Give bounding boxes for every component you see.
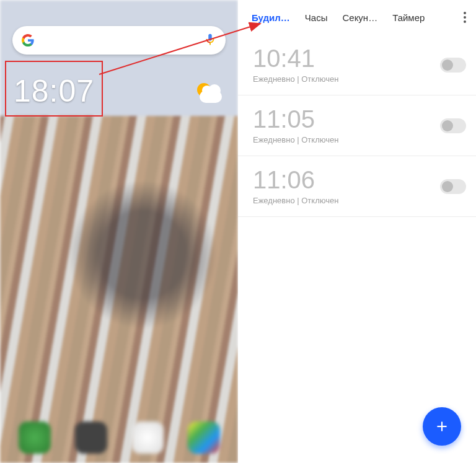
tab-stopwatch[interactable]: Секун…: [338, 9, 381, 27]
dock-app-1[interactable]: [19, 421, 51, 454]
alarm-row[interactable]: 10:41 Ежедневно | Отключен: [238, 35, 476, 95]
alarm-row[interactable]: 11:06 Ежедневно | Отключен: [238, 156, 476, 217]
alarm-subtext: Ежедневно | Отключен: [253, 74, 338, 84]
svg-point-2: [464, 20, 466, 23]
plus-icon: [434, 418, 450, 434]
tab-alarm[interactable]: Будил…: [248, 9, 294, 27]
alarm-time: 10:41: [253, 46, 338, 71]
alarm-list: 10:41 Ежедневно | Отключен 11:05 Ежеднев…: [238, 35, 476, 217]
voice-search-icon[interactable]: [203, 32, 217, 48]
overflow-menu-icon[interactable]: [456, 7, 474, 28]
alarm-subtext: Ежедневно | Отключен: [253, 135, 338, 144]
alarm-subtext: Ежедневно | Отключен: [253, 196, 338, 205]
alarm-time: 11:06: [253, 167, 338, 192]
alarm-toggle[interactable]: [440, 118, 466, 133]
clock-app-tabs: Будил… Часы Секун… Таймер: [238, 0, 476, 35]
clock-app: Будил… Часы Секун… Таймер 10:41 Ежедневн…: [238, 0, 476, 463]
alarm-toggle[interactable]: [440, 179, 466, 194]
home-screen-overlay: 18:07: [0, 0, 238, 463]
composite-screenshot: 18:07 Будил… Часы Секун… Таймер 10:41: [0, 0, 476, 463]
alarm-row[interactable]: 11:05 Ежедневно | Отключен: [238, 95, 476, 156]
alarm-info: 11:05 Ежедневно | Отключен: [253, 107, 338, 144]
add-alarm-button[interactable]: [423, 407, 461, 446]
home-clock-widget[interactable]: 18:07: [14, 73, 94, 109]
google-search-bar[interactable]: [12, 26, 226, 55]
dock-app-3[interactable]: [131, 421, 164, 454]
weather-widget-icon[interactable]: [193, 79, 221, 107]
svg-point-1: [464, 16, 466, 19]
alarm-toggle[interactable]: [440, 58, 466, 73]
dock-app-2[interactable]: [75, 421, 107, 454]
dock-app-4[interactable]: [188, 421, 220, 454]
alarm-time: 11:05: [253, 107, 338, 131]
alarm-info: 11:06 Ежедневно | Отключен: [253, 167, 338, 205]
cloud-icon: [200, 90, 222, 103]
google-logo-icon: [21, 33, 35, 47]
alarm-info: 10:41 Ежедневно | Отключен: [253, 46, 338, 84]
tab-clock[interactable]: Часы: [301, 9, 332, 27]
svg-point-0: [464, 12, 466, 14]
tab-timer[interactable]: Таймер: [389, 9, 428, 27]
home-dock: [0, 416, 238, 459]
